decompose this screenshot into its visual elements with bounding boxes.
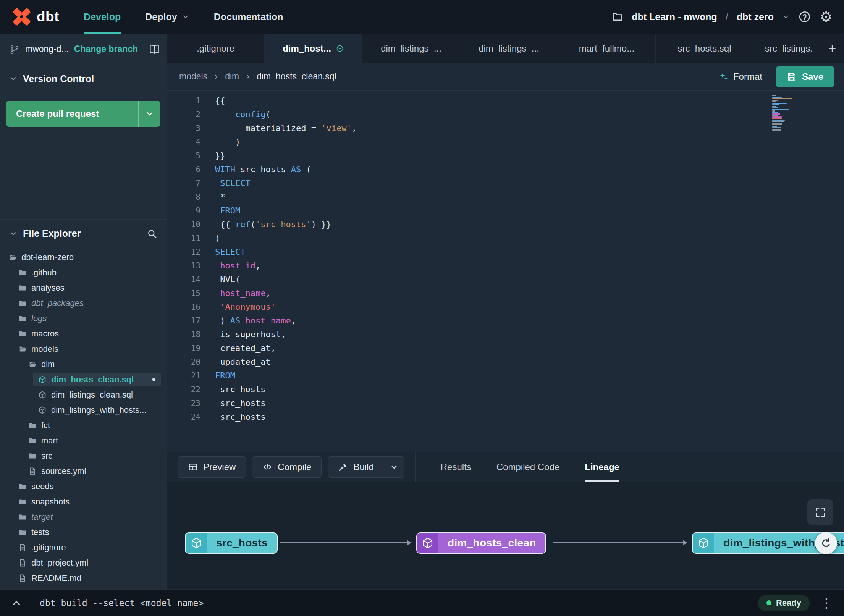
nav-item-documentation[interactable]: Documentation	[214, 0, 283, 34]
lineage-node[interactable]: src_hosts	[185, 532, 278, 554]
format-button[interactable]: Format	[719, 71, 762, 82]
editor-tab[interactable]: src_hosts.sql	[656, 34, 753, 63]
tree-item[interactable]: .github	[0, 265, 167, 280]
kebab-menu-icon[interactable]: ⋮	[820, 596, 833, 610]
refresh-lineage-button[interactable]	[815, 532, 837, 554]
code-line[interactable]: 3 materialized = 'view',	[167, 121, 844, 135]
tree-item[interactable]: src	[0, 448, 167, 464]
environment-name[interactable]: dbt zero	[737, 11, 774, 23]
chevron-down-icon[interactable]	[9, 74, 18, 83]
tree-item[interactable]: dbt_project.yml	[0, 555, 167, 571]
caret-down-icon	[182, 13, 189, 21]
save-button[interactable]: Save	[776, 66, 834, 87]
editor-tab-label: src_hosts.sql	[677, 43, 731, 54]
code-line[interactable]: 4 )	[167, 135, 844, 149]
compile-button[interactable]: Compile	[252, 456, 322, 478]
preview-button[interactable]: Preview	[178, 456, 246, 478]
line-content: NVL(	[215, 273, 240, 286]
code-line[interactable]: 10 {{ ref('src_hosts') }}	[167, 217, 844, 231]
panel-tab-compiled-code[interactable]: Compiled Code	[496, 452, 559, 482]
code-line[interactable]: 17 ) AS host_name,	[167, 314, 844, 327]
tree-item[interactable]: dim_listings_clean.sql	[0, 387, 167, 403]
tree-item[interactable]: .gitignore	[0, 540, 167, 555]
code-line[interactable]: 24 src_hosts	[167, 410, 844, 424]
code-line[interactable]: 9 FROM	[167, 204, 844, 217]
code-line[interactable]: 11)	[167, 231, 844, 245]
code-line[interactable]: 5}}	[167, 149, 844, 162]
code-line[interactable]: 1{{	[167, 94, 844, 107]
code-line[interactable]: 14 NVL(	[167, 272, 844, 286]
new-tab-button[interactable]	[820, 34, 844, 63]
change-branch-link[interactable]: Change branch	[74, 44, 138, 54]
tree-item[interactable]: snapshots	[0, 494, 167, 509]
version-control-header[interactable]: Version Control	[0, 65, 167, 92]
code-line[interactable]: 15 host_name,	[167, 286, 844, 300]
code-line[interactable]: 19 created_at,	[167, 341, 844, 355]
file-explorer-header[interactable]: File Explorer	[0, 220, 167, 247]
panel-tab-lineage[interactable]: Lineage	[585, 452, 619, 482]
editor-tab[interactable]: dim_listings_...	[460, 34, 558, 63]
tree-item[interactable]: dbt-learn-zero	[0, 250, 167, 265]
code-line[interactable]: 21FROM	[167, 369, 844, 382]
tree-item[interactable]: analyses	[0, 280, 167, 296]
minimap-line	[772, 98, 792, 99]
code-line[interactable]: 6WITH src_hosts AS (	[167, 162, 844, 176]
code-line[interactable]: 2 config(	[167, 107, 844, 121]
editor-tab[interactable]: .gitignore	[167, 34, 265, 63]
tree-item[interactable]: dbt_packages	[0, 296, 167, 311]
chevron-down-icon[interactable]	[9, 230, 18, 238]
lineage-graph[interactable]: src_hostsdim_hosts_cleandim_listings_wit…	[167, 482, 844, 589]
search-icon[interactable]	[147, 228, 157, 239]
panel-tab-results[interactable]: Results	[441, 452, 471, 482]
modified-circle-icon	[336, 44, 344, 53]
tree-item[interactable]: seeds	[0, 479, 167, 494]
environment-caret-icon[interactable]	[782, 13, 790, 21]
pr-dropdown-caret[interactable]	[138, 101, 160, 127]
chevron-up-icon[interactable]	[11, 597, 22, 609]
tree-item[interactable]: logs	[0, 311, 167, 326]
build-dropdown-caret[interactable]	[384, 456, 404, 478]
tree-item[interactable]: fct	[0, 418, 167, 433]
command-hint[interactable]: dbt build --select <model_name>	[40, 598, 204, 608]
code-line[interactable]: 13 host_id,	[167, 259, 844, 272]
editor-tab[interactable]: src_listings.	[753, 34, 820, 63]
minimap[interactable]	[772, 95, 794, 131]
code-line[interactable]: 20 updated_at	[167, 355, 844, 369]
code-line[interactable]: 12SELECT	[167, 245, 844, 259]
docs-book-icon[interactable]	[149, 44, 160, 55]
nav-item-deploy[interactable]: Deploy	[145, 0, 189, 34]
editor-tab[interactable]: dim_host...	[265, 34, 362, 63]
gear-icon[interactable]: ⚙	[820, 10, 833, 24]
lineage-node[interactable]: dim_hosts_clean	[416, 532, 546, 554]
dbt-logo[interactable]: dbt	[11, 0, 59, 34]
code-line[interactable]: 23 src_hosts	[167, 396, 844, 410]
editor-tab[interactable]: mart_fullmo...	[558, 34, 656, 63]
code-line[interactable]: 22 src_hosts	[167, 382, 844, 396]
create-pull-request-button[interactable]: Create pull request	[6, 101, 160, 127]
tree-item[interactable]: tests	[0, 525, 167, 540]
tree-item[interactable]: dim	[0, 357, 167, 372]
tree-item[interactable]: sources.yml	[0, 464, 167, 479]
code-line[interactable]: 7 SELECT	[167, 176, 844, 190]
tree-item[interactable]: README.md	[0, 571, 167, 586]
breadcrumb-item[interactable]: dim_hosts_clean.sql	[257, 71, 336, 82]
project-name[interactable]: dbt Learn - mwong	[632, 11, 717, 23]
fullscreen-button[interactable]	[807, 499, 833, 525]
tree-item[interactable]: macros	[0, 326, 167, 341]
build-button[interactable]: Build	[328, 456, 384, 478]
tree-item[interactable]: dim_listings_with_hosts...	[0, 403, 167, 418]
help-icon[interactable]	[798, 10, 811, 23]
code-line[interactable]: 16 'Anonymous'	[167, 300, 844, 314]
tree-item[interactable]: target	[0, 509, 167, 525]
tree-item[interactable]: models	[0, 341, 167, 357]
code-line[interactable]: 8 *	[167, 190, 844, 204]
breadcrumb-item[interactable]: models	[179, 71, 207, 82]
line-content: ) AS host_name,	[215, 314, 296, 327]
breadcrumb-item[interactable]: dim	[225, 71, 239, 82]
code-line[interactable]: 18 is_superhost,	[167, 327, 844, 341]
editor-tab[interactable]: dim_listings_...	[362, 34, 460, 63]
tree-item[interactable]: mart	[0, 433, 167, 448]
tree-item[interactable]: dim_hosts_clean.sql•	[0, 372, 167, 387]
nav-item-develop[interactable]: Develop	[84, 0, 121, 34]
code-editor[interactable]: 1{{2 config(3 materialized = 'view',4 )5…	[167, 91, 844, 452]
